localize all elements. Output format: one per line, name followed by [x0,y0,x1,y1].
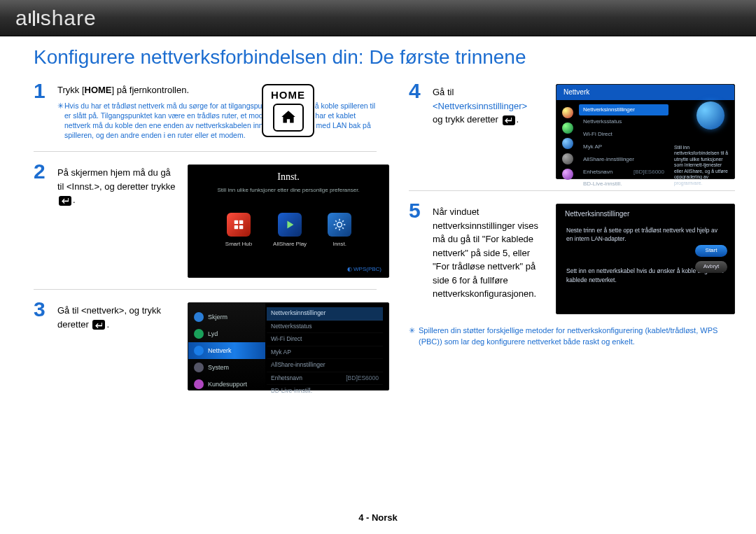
submenu-row: BD-Live-innstill. [267,385,383,398]
step-number: 1 [34,81,50,140]
tv-screenshot-network-settings: Nettverksinnstillinger Neste trinn er å … [556,204,735,314]
page-title: Konfigurere nettverksforbindelsen din: D… [34,46,735,69]
panel-row: Wi-Fi Direct [579,129,668,141]
tv-title: Innst. [188,165,388,184]
step5-text: Når vinduet nettverksinnstillinger vises… [433,206,538,299]
step-number: 4 [409,81,426,179]
step1-text-home: HOME [85,85,112,95]
step-1: 1 HOME Trykk [HOME] på fjernkontrollen. … [34,81,377,140]
enter-icon [92,320,105,330]
hub-smart-hub: Smart Hub [225,213,252,248]
submenu-row: Myk AP [267,346,383,359]
step4-text-c: og trykk deretter [433,114,498,125]
step2-text: På skjermen hjem må du gå til <Innst.>, … [57,167,175,192]
dialog-title: Nettverksinnstillinger [556,204,734,222]
step1-text-c: ] på fjernkontrollen. [112,85,190,95]
header-bar: ashare [0,0,756,36]
panel-row: Enhetsnavn[BD]ES6000 [579,167,668,178]
submenu-row: Nettverksstatus [267,321,383,333]
side-icon-rail [562,104,573,192]
panel-row: AllShare-innstillinger [579,154,668,166]
step4-text-a: Gå til [433,87,454,97]
menu-item-system: System [188,359,265,376]
panel-row: Nettverksstatus [579,116,668,128]
tv-screenshot-network-menu: Skjerm Lyd Nettverk System Kundesupport … [188,302,389,391]
page-footer: 4 - Norsk [0,512,756,523]
menu-item-support: Kundesupport [188,376,265,393]
home-remote-key: HOME [262,84,314,137]
step-4: 4 Gå til <Nettverksinnstillinger> og try… [409,81,735,179]
step-2: 2 På skjermen hjem må du gå til <Innst.>… [34,162,377,278]
step-5: 5 Når vinduet nettverksinnstillinger vis… [409,201,735,314]
submenu-row: Wi-Fi Direct [267,333,383,346]
menu-item-network: Nettverk [188,342,265,359]
tv-subtitle: Still inn ulike funksjoner etter dine pe… [188,187,388,195]
hub-allshare-play: AllShare Play [273,213,307,248]
menu-item-sound: Lyd [188,325,265,342]
svg-line-11 [342,227,344,229]
home-key-label: HOME [263,88,313,102]
step1-text-a: Trykk [ [57,85,85,95]
start-button[interactable]: Start [695,245,727,257]
cancel-button[interactable]: Avbryt [695,261,727,273]
divider [34,289,377,290]
enter-icon [503,115,515,125]
hub-settings: Innst. [328,213,351,248]
dialog-text-1: Neste trinn er å sette opp et trådløst n… [566,226,724,244]
panel-row: BD-Live-innstill. [579,178,668,190]
step4-highlight: <Nettverksinnstillinger> [433,101,527,111]
svg-marker-4 [288,221,294,229]
panel-row: Nettverksinnstillinger [579,104,668,116]
footnote: ✳Spilleren din støtter forskjellige meto… [409,325,735,347]
submenu-row: AllShare-innstillinger [267,359,383,372]
step-3: 3 Gå til <nettverk>, og trykk deretter .… [34,300,377,391]
submenu-row: Enhetsnavn[BD]ES6000 [267,372,383,385]
enter-icon [59,196,71,206]
smart-hub-icon [227,213,251,237]
step-number: 3 [34,300,50,391]
allshare-play-icon [278,213,302,237]
svg-line-13 [342,220,344,222]
svg-point-5 [337,223,342,227]
tv-screenshot-settings-home: Innst. Still inn ulike funksjoner etter … [188,164,389,278]
menu-item-display: Skjerm [188,309,265,325]
step-number: 2 [34,162,50,278]
svg-rect-3 [239,225,243,229]
svg-rect-1 [239,220,243,224]
tv-screenshot-network-panel: Nettverk Nettverksinn [556,84,735,179]
submenu-row: Nettverksinnstillinger [267,307,383,320]
panel-header: Nettverk [556,85,734,100]
globe-icon [696,101,724,129]
step1-note: ✳Hvis du har et trådløst nettverk må du … [57,101,377,141]
step3-text: Gå til <nettverk>, og trykk deretter [57,305,161,330]
step-number: 5 [409,201,426,314]
svg-rect-0 [234,220,238,224]
gear-icon [328,213,351,237]
panel-row: Myk AP [579,141,668,153]
logo-bars-icon [29,10,39,26]
house-icon [273,104,304,132]
svg-line-12 [335,227,337,229]
wps-indicator: ◐ WPS(PBC) [347,266,382,274]
panel-info: Still inn nettverksforbindelsen til å ut… [674,104,729,192]
divider [34,151,377,152]
brand-logo: ashare [15,6,97,30]
svg-line-10 [335,220,337,222]
svg-rect-2 [234,225,238,229]
